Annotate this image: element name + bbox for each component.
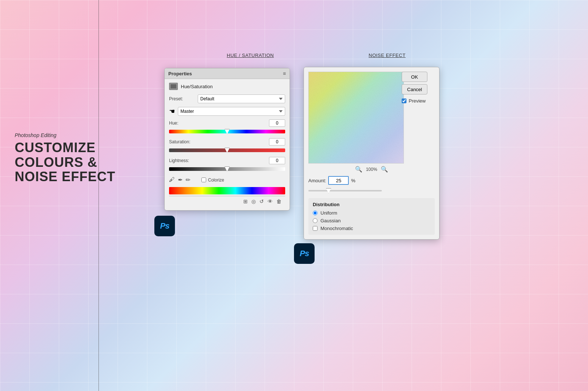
hue-label-row: Hue: [169,119,285,127]
panel-toolbar: ⊞ ◎ ↺ 👁 🗑 [169,196,285,207]
vertical-divider [98,0,99,391]
uniform-radio[interactable] [313,211,318,215]
panel-body: Hue/Saturation Preset: Default Custom ☚ … [165,79,290,210]
saturation-section: Saturation: [169,138,285,154]
sat-label-row: Saturation: [169,138,285,146]
light-slider-thumb[interactable] [225,166,230,172]
eyedropper-icon-1[interactable]: 🖋 [169,176,175,183]
colorize-row: 🖋 ✒ ✏ Colorize [169,176,285,183]
ps-icon-2-label: Ps [300,249,309,258]
zoom-level: 100% [366,167,377,172]
hue-slider-thumb[interactable] [225,129,230,134]
monochromatic-row: Monochromatic [313,226,430,231]
layer-icon-inner [170,84,177,89]
title-line3: NOISE EFFECT [15,169,115,184]
sat-label: Saturation: [169,139,190,144]
title-line1: CUSTOMIZE [15,140,96,155]
hue-value-input[interactable] [269,119,285,127]
panel-title: Properties [168,71,192,76]
amount-label: Amount: [308,178,326,183]
monochromatic-checkbox[interactable] [313,226,318,231]
toolbar-view-icon[interactable]: ◎ [251,198,256,204]
preset-label: Preset: [169,96,195,101]
panel-menu-icon[interactable]: ≡ [283,71,286,76]
left-text-block: Photoshop Editing CUSTOMIZE COLOURS & NO… [15,132,115,184]
gaussian-option[interactable]: Gaussian [313,218,430,223]
amount-input[interactable] [328,176,349,185]
noise-dialog-inner: 🔍 100% 🔍 Amount: % Distribution [308,72,435,235]
noise-dialog: 🔍 100% 🔍 Amount: % Distribution [304,67,440,240]
lightness-section: Lightness: [169,157,285,173]
eyedropper-icon-3[interactable]: ✏ [186,176,190,183]
preview-label: Preview [409,98,426,104]
layer-name-text: Hue/Saturation [181,84,213,89]
colorize-label-text: Colorize [208,177,224,183]
distribution-title: Distribution [313,202,430,207]
hand-icon[interactable]: ☚ [169,107,175,115]
preset-select[interactable]: Default Custom [198,94,285,103]
hue-section: Hue: [169,119,285,135]
hue-slider-container[interactable] [169,128,285,135]
gaussian-label: Gaussian [320,218,341,223]
zoom-in-button[interactable]: 🔍 [381,166,388,172]
sat-slider-container[interactable] [169,147,285,154]
subtitle-text: Photoshop Editing [15,132,115,138]
toolbar-delete-icon[interactable]: 🗑 [276,198,282,204]
distribution-section: Distribution Uniform Gaussian Monochroma… [308,198,435,235]
hue-label: Hue: [169,121,178,126]
sat-slider-track[interactable] [169,148,285,152]
ps-icon-2: Ps [294,243,315,264]
eyedropper-icon-2[interactable]: ✒ [178,176,183,183]
toolbar-clip-icon[interactable]: ⊞ [243,198,248,204]
colorize-checkbox[interactable] [201,177,206,182]
preview-checkbox[interactable] [402,98,406,103]
panel-header: Properties ≡ [165,68,290,79]
colorize-checkbox-label[interactable]: Colorize [201,177,224,183]
hue-slider-track[interactable] [169,130,285,133]
sat-slider-thumb[interactable] [225,148,230,153]
amount-row: Amount: % [308,176,435,185]
eyedropper-group: 🖋 ✒ ✏ [169,176,190,183]
rainbow-bar [169,187,285,194]
background-grid [0,0,588,391]
cancel-button[interactable]: Cancel [402,84,427,94]
noise-effect-label: NOISE EFFECT [369,53,406,58]
preset-row: Preset: Default Custom [169,94,285,103]
amount-slider-thumb[interactable] [326,188,331,193]
amount-slider-container[interactable] [308,188,435,194]
percent-symbol: % [351,178,355,183]
gaussian-radio[interactable] [313,218,318,223]
layer-icon [169,83,178,90]
amount-slider-track[interactable] [308,190,382,191]
toolbar-eye-icon[interactable]: 👁 [268,198,273,204]
uniform-label: Uniform [320,210,337,216]
monochromatic-label: Monochromatic [320,226,353,231]
light-label-row: Lightness: [169,157,285,164]
toolbar-reset-icon[interactable]: ↺ [259,198,264,204]
ps-icon-1: Ps [154,216,175,236]
light-value-input[interactable] [269,157,285,164]
zoom-row: 🔍 100% 🔍 [308,166,435,172]
ps-icon-1-label: Ps [160,221,169,231]
light-label: Lightness: [169,158,189,163]
light-slider-container[interactable] [169,165,285,173]
ok-button[interactable]: OK [402,72,427,82]
zoom-out-button[interactable]: 🔍 [355,166,362,172]
dialog-buttons: OK Cancel Preview [402,72,435,104]
title-line2: COLOURS & [15,155,97,170]
layer-name-row: Hue/Saturation [169,83,285,90]
noise-preview-area [308,72,404,164]
uniform-option[interactable]: Uniform [313,210,430,216]
channel-select[interactable]: Master Reds Yellows Greens Cyans Blues M… [178,107,285,116]
master-row: ☚ Master Reds Yellows Greens Cyans Blues… [169,107,285,116]
properties-panel: Properties ≡ Hue/Saturation Preset: Defa… [164,68,290,211]
hue-saturation-label: HUE / SATURATION [227,53,274,58]
light-slider-track[interactable] [169,167,285,171]
main-title: CUSTOMIZE COLOURS & NOISE EFFECT [15,140,115,184]
preview-check-label[interactable]: Preview [402,98,435,104]
sat-value-input[interactable] [269,138,285,146]
